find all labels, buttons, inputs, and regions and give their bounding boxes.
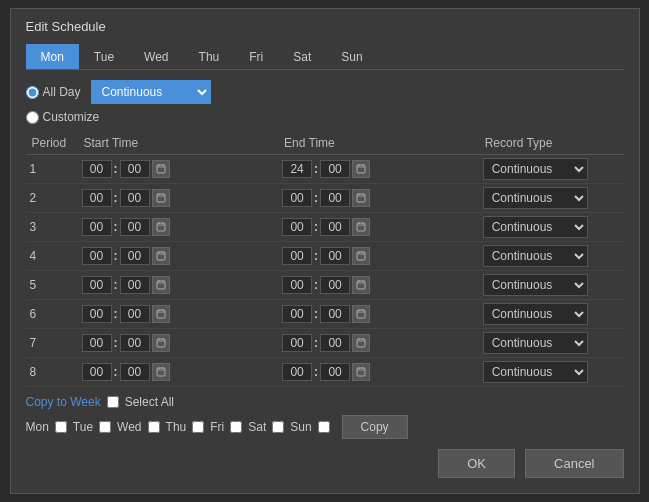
start-time-picker-btn[interactable] (152, 334, 170, 352)
table-row: 2 : : (26, 184, 624, 213)
end-time-cell: : (278, 213, 479, 242)
end-min-input[interactable] (320, 247, 350, 265)
start-time-picker-btn[interactable] (152, 276, 170, 294)
tab-mon[interactable]: Mon (26, 44, 79, 69)
start-min-input[interactable] (120, 305, 150, 323)
start-hour-input[interactable] (82, 363, 112, 381)
start-time-picker-btn[interactable] (152, 160, 170, 178)
end-hour-input[interactable] (282, 305, 312, 323)
start-min-input[interactable] (120, 160, 150, 178)
copy-day-checkbox-thu[interactable] (192, 421, 204, 433)
copy-day-checkbox-tue[interactable] (99, 421, 111, 433)
start-time-picker-btn[interactable] (152, 218, 170, 236)
start-time-picker-btn[interactable] (152, 305, 170, 323)
start-hour-input[interactable] (82, 189, 112, 207)
end-time-picker-btn[interactable] (352, 334, 370, 352)
start-time-cell: : (78, 300, 279, 329)
copy-day-checkbox-fri[interactable] (230, 421, 242, 433)
all-day-radio-label[interactable]: All Day (26, 85, 81, 99)
copy-day-checkbox-sun[interactable] (318, 421, 330, 433)
record-type-select[interactable]: Continuous (483, 187, 588, 209)
end-time-picker-btn[interactable] (352, 218, 370, 236)
all-day-radio[interactable] (26, 86, 39, 99)
copy-day-checkbox-sat[interactable] (272, 421, 284, 433)
select-all-checkbox[interactable] (107, 396, 119, 408)
tab-sat[interactable]: Sat (278, 44, 326, 69)
end-min-input[interactable] (320, 189, 350, 207)
start-hour-input[interactable] (82, 305, 112, 323)
start-hour-input[interactable] (82, 218, 112, 236)
end-hour-input[interactable] (282, 247, 312, 265)
record-type-select[interactable]: Continuous (483, 332, 588, 354)
start-time-picker-btn[interactable] (152, 189, 170, 207)
end-hour-input[interactable] (282, 334, 312, 352)
start-hour-input[interactable] (82, 160, 112, 178)
table-row: 7 : : (26, 329, 624, 358)
time-sep: : (314, 162, 318, 176)
record-type-cell: Continuous (479, 184, 624, 213)
end-time-picker-btn[interactable] (352, 305, 370, 323)
edit-schedule-dialog: Edit Schedule MonTueWedThuFriSatSun All … (10, 8, 640, 494)
record-type-cell: Continuous (479, 242, 624, 271)
end-hour-input[interactable] (282, 363, 312, 381)
record-type-select[interactable]: Continuous (483, 303, 588, 325)
end-time-picker-btn[interactable] (352, 160, 370, 178)
tab-thu[interactable]: Thu (184, 44, 235, 69)
end-time-cell: : (278, 329, 479, 358)
tab-tue[interactable]: Tue (79, 44, 129, 69)
start-min-input[interactable] (120, 189, 150, 207)
copy-button[interactable]: Copy (342, 415, 408, 439)
end-hour-input[interactable] (282, 160, 312, 178)
end-min-input[interactable] (320, 160, 350, 178)
end-min-input[interactable] (320, 305, 350, 323)
table-row: 8 : : (26, 358, 624, 387)
time-sep: : (314, 336, 318, 350)
customize-radio[interactable] (26, 111, 39, 124)
tab-sun[interactable]: Sun (326, 44, 377, 69)
start-min-input[interactable] (120, 276, 150, 294)
record-type-select[interactable]: Continuous (483, 245, 588, 267)
start-min-input[interactable] (120, 334, 150, 352)
tab-wed[interactable]: Wed (129, 44, 183, 69)
record-type-main-select[interactable]: Continuous (91, 80, 211, 104)
end-time-cell: : (278, 184, 479, 213)
end-hour-input[interactable] (282, 218, 312, 236)
end-time-picker-btn[interactable] (352, 363, 370, 381)
end-time-picker-btn[interactable] (352, 276, 370, 294)
copy-day-checkbox-wed[interactable] (148, 421, 160, 433)
select-all-label: Select All (125, 395, 174, 409)
header-period: Period (26, 132, 78, 155)
ok-button[interactable]: OK (438, 449, 515, 478)
copy-day-label-wed: Wed (117, 420, 141, 434)
start-min-input[interactable] (120, 218, 150, 236)
svg-rect-4 (357, 165, 365, 173)
start-time-cell: : (78, 155, 279, 184)
cancel-button[interactable]: Cancel (525, 449, 623, 478)
copy-day-checkbox-mon[interactable] (55, 421, 67, 433)
svg-rect-28 (357, 252, 365, 260)
svg-rect-16 (157, 223, 165, 231)
start-time-picker-btn[interactable] (152, 363, 170, 381)
end-time-picker-btn[interactable] (352, 247, 370, 265)
record-type-select[interactable]: Continuous (483, 216, 588, 238)
end-time-picker-btn[interactable] (352, 189, 370, 207)
start-hour-input[interactable] (82, 247, 112, 265)
end-hour-input[interactable] (282, 189, 312, 207)
start-time-picker-btn[interactable] (152, 247, 170, 265)
end-hour-input[interactable] (282, 276, 312, 294)
end-min-input[interactable] (320, 218, 350, 236)
start-hour-input[interactable] (82, 334, 112, 352)
start-hour-input[interactable] (82, 276, 112, 294)
end-min-input[interactable] (320, 276, 350, 294)
record-type-select[interactable]: Continuous (483, 274, 588, 296)
end-min-input[interactable] (320, 334, 350, 352)
end-min-input[interactable] (320, 363, 350, 381)
period-cell: 2 (26, 184, 78, 213)
copy-to-week-link[interactable]: Copy to Week (26, 395, 101, 409)
tab-fri[interactable]: Fri (234, 44, 278, 69)
customize-radio-label[interactable]: Customize (26, 110, 624, 124)
record-type-select[interactable]: Continuous (483, 361, 588, 383)
start-min-input[interactable] (120, 247, 150, 265)
start-min-input[interactable] (120, 363, 150, 381)
record-type-select[interactable]: Continuous (483, 158, 588, 180)
